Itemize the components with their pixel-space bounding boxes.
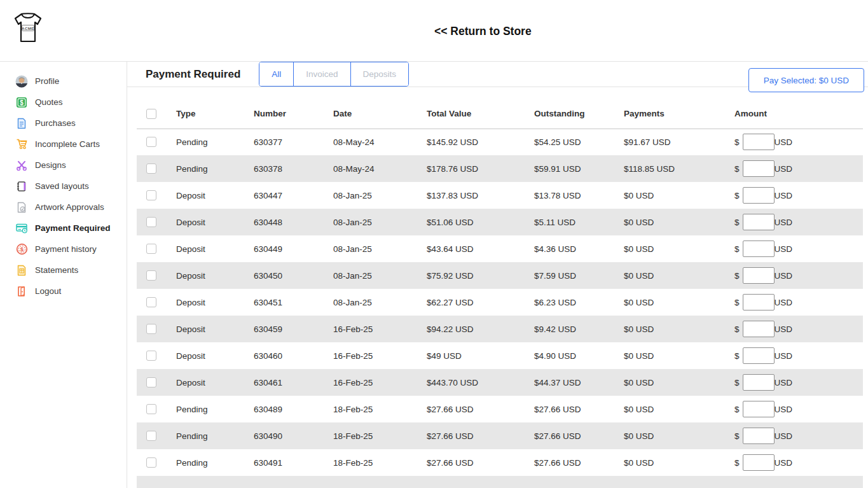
logo-brand-text: ACME <box>22 26 34 31</box>
cell-date: 08-Jan-25 <box>333 235 427 262</box>
sidebar-item-payment-required[interactable]: Payment Required <box>0 218 127 239</box>
row-checkbox[interactable] <box>146 404 156 414</box>
pay-selected-button[interactable]: Pay Selected: $0 USD <box>748 68 864 92</box>
cell-payments: $0 USD <box>624 369 734 396</box>
amount-input[interactable] <box>743 401 775 417</box>
store-logo[interactable]: ACME <box>11 8 45 50</box>
cell-amount: $USD <box>734 449 863 476</box>
select-all-checkbox[interactable] <box>146 109 156 119</box>
page-title: Payment Required <box>146 68 240 81</box>
currency-suffix: USD <box>775 218 793 227</box>
row-checkbox[interactable] <box>146 431 156 441</box>
cell-total-value: $145.92 USD <box>427 129 534 155</box>
sidebar-item-incomplete-carts[interactable]: Incomplete Carts <box>0 134 127 155</box>
amount-input[interactable] <box>743 321 775 337</box>
table-row: Deposit 630460 16-Feb-25 $49 USD $4.90 U… <box>137 342 863 369</box>
table-row: Deposit 630447 08-Jan-25 $137.83 USD $13… <box>137 182 863 209</box>
cell-type: Deposit <box>176 209 254 235</box>
sidebar-item-quotes[interactable]: $ Quotes <box>0 92 127 113</box>
cell-total-value: $27.66 USD <box>427 422 534 449</box>
sidebar-item-logout[interactable]: Logout <box>0 281 127 302</box>
row-checkbox[interactable] <box>146 217 156 227</box>
row-checkbox[interactable] <box>146 190 156 200</box>
cell-amount: $USD <box>734 182 863 209</box>
cell-total-value: $49 USD <box>427 342 534 369</box>
row-checkbox[interactable] <box>146 324 156 334</box>
cell-date: 08-Jan-25 <box>333 182 427 209</box>
sidebar-item-purchases[interactable]: Purchases <box>0 113 127 134</box>
amount-input[interactable] <box>743 187 775 204</box>
currency-suffix: USD <box>775 298 793 307</box>
tab-invoiced[interactable]: Invoiced <box>294 62 350 86</box>
return-to-store-link[interactable]: << Return to Store <box>434 25 532 38</box>
cell-date: 08-May-24 <box>333 129 427 155</box>
row-checkbox[interactable] <box>146 297 156 307</box>
amount-input[interactable] <box>743 374 775 391</box>
cart-icon <box>15 138 28 151</box>
cell-payments: $0 USD <box>624 449 734 476</box>
cell-amount: $USD <box>734 262 863 289</box>
sidebar-item-payment-history[interactable]: $ Payment history <box>0 239 127 260</box>
table-row-partial <box>137 476 863 488</box>
cell-number: 630378 <box>254 155 333 182</box>
amount-input[interactable] <box>743 267 775 284</box>
sidebar-item-profile[interactable]: Profile <box>0 71 127 92</box>
sidebar-item-statements[interactable]: Statements <box>0 260 127 281</box>
cell-number: 630489 <box>254 396 333 422</box>
cell-date: 08-Jan-25 <box>333 289 427 316</box>
cell-outstanding: $59.91 USD <box>534 155 624 182</box>
cell-payments: $91.67 USD <box>624 129 734 155</box>
amount-input[interactable] <box>743 428 775 444</box>
tab-all[interactable]: All <box>259 62 294 86</box>
table-row: Pending 630490 18-Feb-25 $27.66 USD $27.… <box>137 422 863 449</box>
amount-input[interactable] <box>743 241 775 257</box>
payments-table: Type Number Date Total Value Outstanding… <box>137 99 863 476</box>
row-checkbox[interactable] <box>146 377 156 387</box>
col-header-payments: Payments <box>624 99 734 129</box>
amount-input[interactable] <box>743 134 775 150</box>
amount-input[interactable] <box>743 294 775 310</box>
sidebar-item-label: Statements <box>35 265 78 275</box>
cell-date: 16-Feb-25 <box>333 342 427 369</box>
cell-type: Deposit <box>176 235 254 262</box>
cell-outstanding: $7.59 USD <box>534 262 624 289</box>
cell-total-value: $137.83 USD <box>427 182 534 209</box>
amount-input[interactable] <box>743 214 775 230</box>
cell-amount: $USD <box>734 369 863 396</box>
row-checkbox[interactable] <box>146 457 156 468</box>
table-body: Pending 630377 08-May-24 $145.92 USD $54… <box>137 129 863 476</box>
tab-deposits[interactable]: Deposits <box>351 62 409 86</box>
row-checkbox[interactable] <box>146 270 156 281</box>
cell-date: 18-Feb-25 <box>333 396 427 422</box>
cell-total-value: $94.22 USD <box>427 316 534 342</box>
currency-prefix: $ <box>734 378 740 387</box>
table-row: Pending 630377 08-May-24 $145.92 USD $54… <box>137 129 863 155</box>
table-row: Deposit 630450 08-Jan-25 $75.92 USD $7.5… <box>137 262 863 289</box>
sidebar-item-designs[interactable]: Designs <box>0 155 127 176</box>
row-checkbox[interactable] <box>146 137 156 147</box>
sidebar-item-saved-layouts[interactable]: Saved layouts <box>0 176 127 197</box>
main-content: Payment Required All Invoiced Deposits P… <box>127 62 868 488</box>
row-checkbox[interactable] <box>146 244 156 254</box>
cell-amount: $USD <box>734 422 863 449</box>
sidebar-item-label: Artwork Approvals <box>35 202 104 212</box>
cell-number: 630461 <box>254 369 333 396</box>
cell-type: Pending <box>176 129 254 155</box>
tshirt-logo-icon: ACME <box>11 8 45 48</box>
cell-amount: $USD <box>734 342 863 369</box>
cell-outstanding: $4.36 USD <box>534 235 624 262</box>
amount-input[interactable] <box>743 454 775 471</box>
cell-number: 630448 <box>254 209 333 235</box>
currency-suffix: USD <box>775 458 793 468</box>
currency-suffix: USD <box>775 378 793 387</box>
cell-amount: $USD <box>734 235 863 262</box>
row-checkbox[interactable] <box>146 351 156 361</box>
currency-prefix: $ <box>734 298 740 307</box>
amount-input[interactable] <box>743 160 775 177</box>
row-checkbox[interactable] <box>146 164 156 174</box>
cell-payments: $0 USD <box>624 262 734 289</box>
currency-prefix: $ <box>734 271 740 281</box>
amount-input[interactable] <box>743 347 775 364</box>
cell-total-value: $43.64 USD <box>427 235 534 262</box>
sidebar-item-artwork-approvals[interactable]: Artwork Approvals <box>0 197 127 218</box>
